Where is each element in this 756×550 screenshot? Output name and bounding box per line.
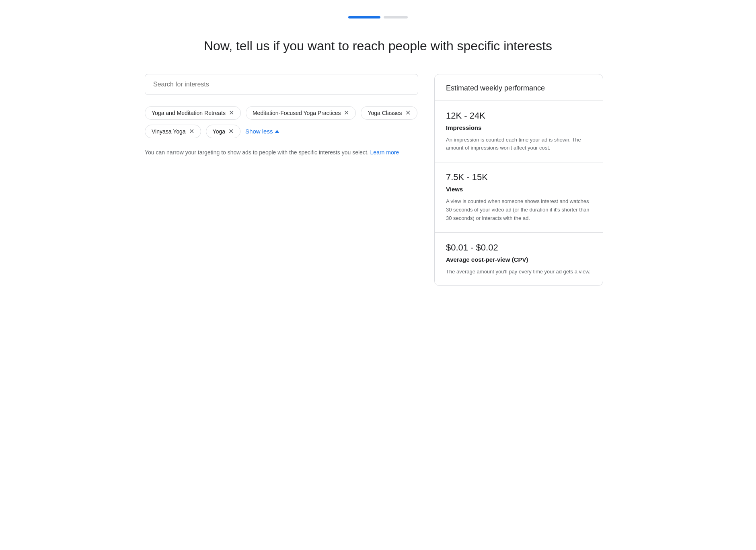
- views-value: 7.5K - 15K: [446, 172, 592, 183]
- tag-label: Yoga and Meditation Retreats: [152, 110, 226, 116]
- views-label: Views: [446, 186, 592, 193]
- page-title: Now, tell us if you want to reach people…: [145, 38, 611, 55]
- cpv-label: Average cost-per-view (CPV): [446, 256, 592, 263]
- views-section: 7.5K - 15K Views A view is counted when …: [435, 162, 603, 232]
- left-panel: Yoga and Meditation Retreats ✕ Meditatio…: [145, 74, 418, 157]
- performance-header: Estimated weekly performance: [435, 74, 603, 101]
- tag-label: Vinyasa Yoga: [152, 128, 186, 135]
- show-less-label: Show less: [245, 128, 273, 135]
- search-input-wrapper[interactable]: [145, 74, 418, 95]
- impressions-section: 12K - 24K Impressions An impression is c…: [435, 101, 603, 162]
- tag-vinyasa-yoga[interactable]: Vinyasa Yoga ✕: [145, 125, 201, 138]
- cpv-value: $0.01 - $0.02: [446, 242, 592, 253]
- tag-remove-icon[interactable]: ✕: [229, 110, 234, 116]
- tag-label: Yoga: [213, 128, 225, 135]
- right-panel: Estimated weekly performance 12K - 24K I…: [434, 74, 603, 286]
- tags-container: Yoga and Meditation Retreats ✕ Meditatio…: [145, 106, 418, 138]
- tag-label: Yoga Classes: [368, 110, 402, 116]
- page-wrapper: Now, tell us if you want to reach people…: [121, 0, 635, 302]
- tag-label: Meditation-Focused Yoga Practices: [253, 110, 341, 116]
- tag-remove-icon[interactable]: ✕: [189, 128, 194, 135]
- tag-meditation-focused[interactable]: Meditation-Focused Yoga Practices ✕: [246, 106, 356, 120]
- tag-yoga-meditation[interactable]: Yoga and Meditation Retreats ✕: [145, 106, 241, 120]
- info-text: You can narrow your targeting to show ad…: [145, 148, 418, 157]
- learn-more-link[interactable]: Learn more: [370, 149, 399, 156]
- tag-remove-icon[interactable]: ✕: [344, 110, 349, 116]
- impressions-description: An impression is counted each time your …: [446, 136, 592, 153]
- cpv-description: The average amount you'll pay every time…: [446, 268, 592, 276]
- views-description: A view is counted when someone shows int…: [446, 197, 592, 222]
- progress-bar: [145, 16, 611, 18]
- show-less-button[interactable]: Show less: [245, 125, 279, 138]
- tag-yoga-classes[interactable]: Yoga Classes ✕: [361, 106, 417, 120]
- performance-card: Estimated weekly performance 12K - 24K I…: [434, 74, 603, 286]
- search-input[interactable]: [153, 81, 410, 88]
- impressions-value: 12K - 24K: [446, 111, 592, 121]
- progress-step-1: [348, 16, 380, 18]
- tag-yoga[interactable]: Yoga ✕: [206, 125, 240, 138]
- main-content: Yoga and Meditation Retreats ✕ Meditatio…: [145, 74, 611, 286]
- chevron-up-icon: [275, 130, 279, 133]
- tag-remove-icon[interactable]: ✕: [228, 128, 234, 135]
- cpv-section: $0.01 - $0.02 Average cost-per-view (CPV…: [435, 232, 603, 286]
- progress-step-2: [384, 16, 408, 18]
- impressions-label: Impressions: [446, 124, 592, 131]
- tag-remove-icon[interactable]: ✕: [405, 110, 411, 116]
